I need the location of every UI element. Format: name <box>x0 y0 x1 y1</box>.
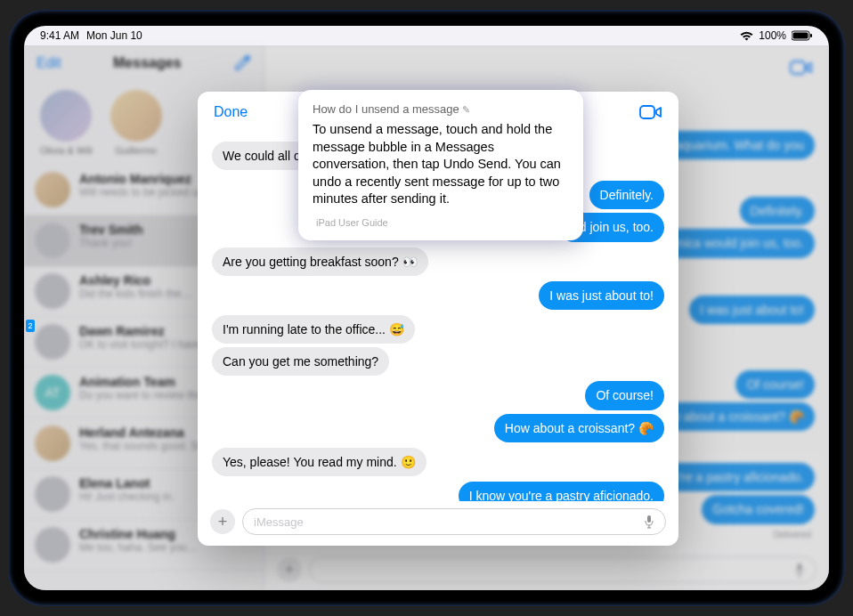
message-bubble-sent[interactable]: I was just about to! <box>539 281 664 310</box>
add-attachment-button[interactable]: + <box>210 509 235 534</box>
battery-icon <box>792 30 813 41</box>
status-date: Mon Jun 10 <box>86 29 142 42</box>
siri-query[interactable]: How do I unsend a message <box>313 102 569 116</box>
status-time: 9:41 AM <box>40 29 79 42</box>
message-bubble-sent[interactable]: Definitely. <box>589 181 664 209</box>
modal-input-bar: + iMessage <box>198 501 678 546</box>
message-bubble-received[interactable]: Can you get me something? <box>212 347 389 376</box>
message-bubble-received[interactable]: We could all d <box>212 142 312 170</box>
ipad-screen: 9:41 AM Mon Jun 10 100% Edit Messages <box>24 26 829 590</box>
svg-rect-2 <box>810 34 812 37</box>
annotation-marker: 2 <box>26 320 35 332</box>
done-button[interactable]: Done <box>214 104 248 120</box>
svg-rect-5 <box>640 106 654 118</box>
message-bubble-received[interactable]: I'm running late to the office... 😅 <box>212 315 415 344</box>
siri-answer: To unsend a message, touch and hold the … <box>313 121 569 208</box>
siri-knowledge-card[interactable]: How do I unsend a message To unsend a me… <box>298 90 583 240</box>
status-bar: 9:41 AM Mon Jun 10 100% <box>24 26 829 45</box>
siri-source[interactable]: iPad User Guide <box>313 217 569 228</box>
message-input[interactable]: iMessage <box>242 508 666 535</box>
mic-icon[interactable] <box>644 515 654 529</box>
message-bubble-sent[interactable]: Of course! <box>585 381 664 409</box>
svg-rect-1 <box>793 33 808 39</box>
message-bubble-sent[interactable]: I know you're a pastry aficionado. <box>459 482 664 501</box>
facetime-icon[interactable] <box>639 104 662 120</box>
message-bubble-sent[interactable]: How about a croissant? 🥐 <box>494 414 664 442</box>
wifi-icon <box>740 31 753 41</box>
input-placeholder: iMessage <box>254 515 304 529</box>
battery-label: 100% <box>759 29 786 42</box>
svg-rect-6 <box>647 515 651 523</box>
message-bubble-received[interactable]: Are you getting breakfast soon? 👀 <box>212 247 428 276</box>
ipad-device-frame: 9:41 AM Mon Jun 10 100% Edit Messages <box>8 10 845 606</box>
message-bubble-received[interactable]: Yes, please! You read my mind. 🙂 <box>212 448 426 476</box>
